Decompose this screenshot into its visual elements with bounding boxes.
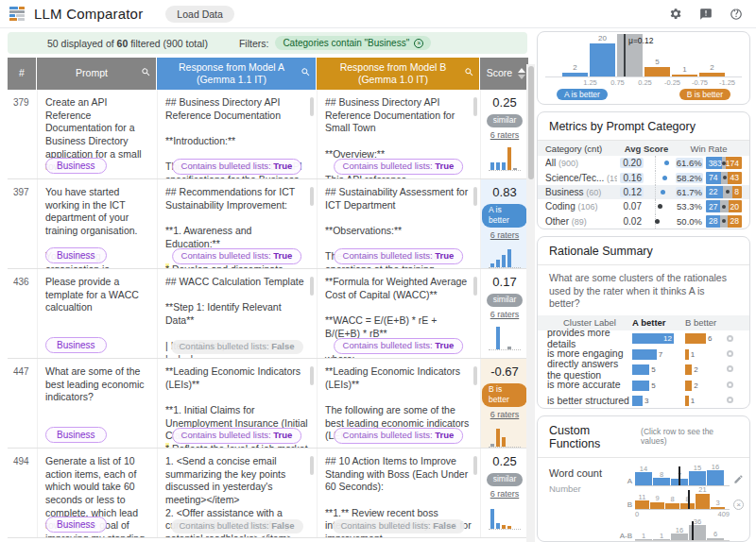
legend-b-is-better: B is better — [679, 89, 730, 100]
custom-function-row-word-count[interactable]: Word count Number A14871516B119882130409… — [538, 458, 749, 542]
search-icon[interactable] — [301, 67, 311, 80]
table-row[interactable]: 397 You have started working in the ICT … — [8, 179, 526, 269]
col-header-score[interactable]: Score — [480, 58, 528, 90]
cluster-detail-icon[interactable] — [727, 397, 733, 403]
metrics-row-business[interactable]: Business (60)0.1261.7%228 — [538, 185, 749, 199]
remove-filter-icon[interactable]: × — [414, 39, 423, 48]
mean-label: μ=0.12 — [628, 36, 653, 45]
remove-function-icon[interactable]: × — [733, 500, 744, 510]
mini-hist-bar — [490, 162, 494, 170]
header-avg-score[interactable]: Avg Score — [617, 144, 676, 154]
edit-function-icon[interactable] — [733, 471, 744, 488]
cell-scrollbar[interactable] — [310, 187, 314, 206]
raters-link[interactable]: 6 raters — [490, 230, 520, 242]
table-vertical-scrollbar[interactable] — [526, 64, 535, 542]
category-chip[interactable]: Business — [45, 337, 107, 353]
metrics-panel-title: Metrics by Prompt Category — [538, 112, 749, 141]
table-row[interactable]: 447 What are some of the best leading ec… — [8, 359, 526, 449]
metrics-row-science-tec-[interactable]: Science/Tec... (190)0.1658.2%7443 — [538, 170, 749, 184]
prompt-cell: What are some of the best leading econom… — [37, 359, 156, 448]
score-value: 0.25 — [492, 95, 516, 111]
cell-scrollbar[interactable] — [473, 366, 477, 385]
bulleted-lists-chip[interactable]: Contains bulleted lists: True — [172, 159, 302, 175]
llm-comparator-app: LLM Comparator Load Data 50 displayed of… — [0, 0, 756, 542]
metrics-row-coding[interactable]: Coding (106)0.0753.3%2720 — [538, 199, 749, 213]
model-a-cell: 1. <Send a concise email summarizing the… — [157, 449, 316, 537]
cluster-detail-icon[interactable] — [727, 350, 733, 357]
cell-scrollbar[interactable] — [310, 97, 314, 116]
mini-hist-bar — [502, 525, 506, 529]
histogram-legend: A is better B is better — [545, 87, 742, 100]
bulleted-lists-chip[interactable]: Contains bulleted lists: False — [171, 340, 303, 354]
bulleted-lists-chip[interactable]: Contains bulleted lists: True — [334, 159, 464, 175]
bulleted-lists-chip[interactable]: Contains bulleted lists: True — [172, 428, 302, 444]
raters-link[interactable]: 6 raters — [490, 489, 520, 500]
axis-tick: -0.25 — [659, 78, 686, 87]
mini-hist-bar — [507, 526, 511, 529]
col-header-prompt[interactable]: Prompt — [37, 58, 156, 90]
rationale-cluster-row[interactable]: is more accurate52 — [538, 377, 749, 392]
bulleted-lists-chip[interactable]: Contains bulleted lists: True — [334, 338, 464, 354]
mini-hist-bar — [502, 162, 506, 170]
header-win-rate[interactable]: Win Rate — [676, 144, 742, 154]
category-chip[interactable]: Business — [45, 247, 107, 263]
cell-scrollbar[interactable] — [310, 456, 314, 475]
verdict-badge: similar — [487, 114, 524, 127]
score-cell: 0.83 A is better 6 raters — [480, 179, 528, 268]
raters-link[interactable]: 6 raters — [490, 410, 520, 421]
scrollbar-thumb[interactable] — [528, 66, 534, 179]
settings-gear-icon[interactable] — [668, 7, 682, 21]
score-value: 0.17 — [492, 275, 516, 291]
prompt-text: What are some of the best leading econom… — [45, 365, 148, 404]
rationale-cluster-row[interactable]: directly answers the question52 — [538, 362, 749, 377]
rationale-cluster-row[interactable]: provides more details126 — [538, 330, 749, 346]
bulleted-lists-chip[interactable]: Contains bulleted lists: True — [334, 428, 464, 444]
category-chip[interactable]: Business — [45, 517, 107, 533]
raters-link[interactable]: 6 raters — [490, 130, 520, 142]
bulleted-lists-chip[interactable]: Contains bulleted lists: False — [171, 519, 303, 534]
distribution-bar: 1 — [672, 34, 697, 76]
top-app-bar: LLM Comparator Load Data — [0, 0, 756, 28]
bulleted-lists-chip[interactable]: Contains bulleted lists: False — [333, 519, 465, 534]
mini-hist-bar — [490, 263, 494, 267]
table-row[interactable]: 379 Create an API Reference Documentatio… — [8, 90, 526, 179]
cell-scrollbar[interactable] — [310, 277, 314, 296]
raters-link[interactable]: 6 raters — [490, 310, 520, 321]
table-row[interactable]: 494 Generate a list of 10 action items, … — [8, 449, 526, 538]
search-icon[interactable] — [141, 67, 151, 80]
load-data-button[interactable]: Load Data — [165, 6, 233, 23]
cell-scrollbar[interactable] — [473, 456, 477, 475]
filters-label: Filters: — [239, 38, 269, 49]
bulleted-lists-chip[interactable]: Contains bulleted lists: True — [334, 248, 464, 264]
category-chip[interactable]: Business — [45, 427, 107, 443]
cluster-detail-icon[interactable] — [727, 365, 733, 372]
mini-hist-bar — [502, 255, 506, 267]
help-icon[interactable] — [730, 8, 743, 21]
bulleted-lists-chip[interactable]: Contains bulleted lists: True — [172, 248, 302, 264]
feedback-icon[interactable] — [699, 8, 713, 21]
score-value: 0.83 — [492, 185, 516, 201]
sort-arrows-icon[interactable] — [518, 68, 525, 79]
active-filter-chip[interactable]: Categories contain "Business" × — [275, 36, 431, 50]
cluster-detail-icon[interactable] — [727, 335, 733, 342]
col-header-model-a[interactable]: Response from Model A (Gemma 1.1 IT) — [157, 58, 316, 90]
table-row[interactable]: 436 Please provide a template for a WACC… — [8, 269, 526, 359]
table-header-row: # Prompt Response from Model A (Gemma 1.… — [8, 58, 526, 90]
search-icon[interactable] — [464, 67, 474, 80]
cell-scrollbar[interactable] — [473, 277, 477, 296]
col-header-index[interactable]: # — [8, 58, 36, 90]
cell-scrollbar[interactable] — [310, 366, 314, 385]
header-category[interactable]: Category (cnt) — [545, 144, 617, 154]
cell-scrollbar[interactable] — [473, 187, 477, 206]
rationale-cluster-row[interactable]: is better structured31 — [538, 392, 749, 407]
metrics-row-other[interactable]: Other (89)0.0250.0%2828 — [538, 214, 749, 229]
cluster-detail-icon[interactable] — [727, 381, 733, 388]
cell-scrollbar[interactable] — [473, 97, 477, 116]
col-header-model-b[interactable]: Response from Model B (Gemma 1.0 IT) — [317, 58, 479, 90]
mini-hist-bar — [496, 523, 500, 529]
mean-line — [624, 34, 626, 76]
examples-table-region: 50 displayed of 60 filtered (900 total) … — [0, 28, 535, 542]
axis-tick: -1.25 — [713, 78, 741, 87]
metrics-row-all[interactable]: All (900)0.2061.6%383174 — [538, 156, 749, 170]
category-chip[interactable]: Business — [45, 158, 107, 174]
